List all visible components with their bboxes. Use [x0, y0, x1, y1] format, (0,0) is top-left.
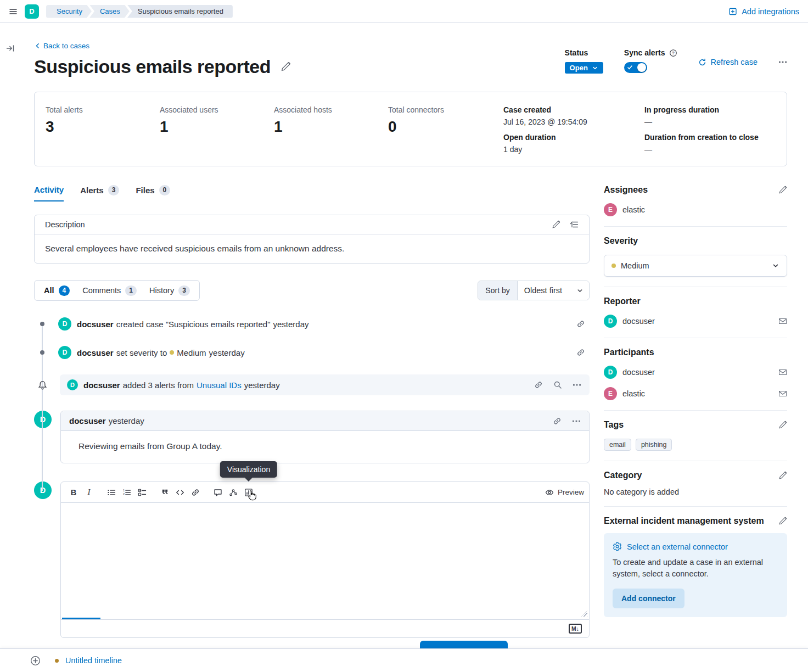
- more-actions-icon[interactable]: [573, 380, 581, 389]
- activity-filters: All 4 Comments 1 History 3: [34, 280, 200, 301]
- filter-history[interactable]: History 3: [149, 285, 190, 296]
- sort-control: Sort by Oldest first: [478, 281, 590, 300]
- alerts-count-badge: 3: [108, 185, 120, 195]
- quote-block-icon[interactable]: [158, 485, 172, 500]
- markdown-help-icon[interactable]: M↓: [569, 624, 582, 634]
- timeline-status-dot: [55, 659, 59, 663]
- timestamp: yesterday: [209, 348, 245, 357]
- comment-editor-input[interactable]: [61, 503, 589, 619]
- unordered-list-icon[interactable]: [104, 485, 119, 500]
- svg-text:1: 1: [123, 488, 125, 491]
- tab-files[interactable]: Files0: [136, 185, 170, 201]
- severity-select[interactable]: Medium: [604, 255, 787, 277]
- username: docsuser: [69, 416, 106, 425]
- italic-icon[interactable]: I: [82, 485, 96, 500]
- code-icon[interactable]: [173, 485, 187, 500]
- avatar: D: [58, 317, 71, 331]
- expand-sidebar-icon[interactable]: [6, 44, 15, 53]
- menu-icon[interactable]: [9, 7, 18, 16]
- participant-row: D docsuser: [604, 366, 787, 379]
- timeline-comment-icon[interactable]: [211, 485, 225, 500]
- status-dropdown-button[interactable]: Open: [565, 62, 603, 74]
- creation-to-close-duration: Duration from creation to close —: [644, 133, 759, 154]
- copy-link-icon[interactable]: [534, 380, 543, 389]
- space-avatar[interactable]: D: [25, 4, 39, 19]
- severity-value: Medium: [621, 261, 649, 270]
- case-dates: Case created Jul 16, 2023 @ 19:54:09 Ope…: [503, 105, 759, 154]
- avatar: D: [34, 481, 52, 499]
- avatar: E: [604, 387, 617, 400]
- sync-alerts-toggle[interactable]: [624, 62, 647, 73]
- avatar: D: [34, 411, 52, 428]
- add-comment-button[interactable]: [420, 641, 508, 648]
- task-list-icon[interactable]: [135, 485, 149, 500]
- avatar: D: [604, 315, 617, 328]
- editor-focus-line: [62, 618, 100, 619]
- add-timeline-icon[interactable]: [30, 656, 41, 666]
- history-count-badge: 3: [178, 285, 190, 296]
- add-connector-button[interactable]: Add connector: [613, 589, 684, 608]
- breadcrumb: Security Cases Suspicious emails reporte…: [46, 5, 233, 18]
- select-connector-link[interactable]: Select an external connector: [613, 542, 778, 551]
- metric-total-alerts: Total alerts 3: [46, 105, 160, 154]
- username: docsuser: [83, 380, 120, 390]
- chevron-down-icon: [772, 262, 779, 270]
- edit-assignees-pencil-icon[interactable]: [778, 186, 787, 194]
- external-system-section: External incident management system Sele…: [604, 516, 787, 627]
- visualization-icon[interactable]: Visualization: [242, 485, 256, 500]
- copy-link-icon[interactable]: [576, 348, 585, 357]
- check-icon: [627, 65, 632, 70]
- edit-title-pencil-icon[interactable]: [280, 61, 291, 72]
- case-actions-more-icon[interactable]: [778, 58, 787, 66]
- email-icon[interactable]: [778, 389, 787, 398]
- filter-comments[interactable]: Comments 1: [82, 285, 137, 296]
- edit-description-pencil-icon[interactable]: [552, 220, 560, 229]
- tag-badge: phishing: [636, 439, 672, 451]
- tab-alerts[interactable]: Alerts3: [80, 185, 119, 201]
- new-comment-editor: D B I 12: [34, 481, 590, 638]
- email-icon[interactable]: [778, 368, 787, 377]
- markdown-toolbar: B I 12: [61, 482, 589, 503]
- severity-section: Severity Medium: [604, 236, 787, 287]
- breadcrumb-security[interactable]: Security: [46, 5, 92, 18]
- edit-tags-pencil-icon[interactable]: [778, 421, 787, 429]
- sort-order-select[interactable]: Oldest first: [518, 281, 589, 300]
- comment-panel: docsuser yesterday Reviewing emails from…: [60, 411, 590, 463]
- ordered-list-icon[interactable]: 12: [120, 485, 134, 500]
- untitled-timeline-link[interactable]: Untitled timeline: [65, 656, 122, 665]
- copy-link-icon[interactable]: [553, 417, 562, 425]
- bold-icon[interactable]: B: [66, 485, 81, 500]
- edit-connector-pencil-icon[interactable]: [778, 517, 787, 525]
- case-created: Case created Jul 16, 2023 @ 19:54:09: [503, 105, 644, 126]
- avatar: D: [604, 366, 617, 379]
- timeline-bottom-bar: Untitled timeline: [0, 648, 808, 672]
- reporter-title: Reporter: [604, 296, 641, 306]
- timestamp: yesterday: [109, 416, 144, 425]
- severity-dot: [170, 350, 174, 355]
- assignees-title: Assignees: [604, 185, 648, 195]
- reporter-name: docsuser: [622, 317, 655, 326]
- back-to-cases-link[interactable]: Back to cases: [34, 42, 89, 50]
- graph-icon[interactable]: [226, 485, 240, 500]
- severity-value: Medium: [177, 348, 206, 357]
- copy-link-icon[interactable]: [576, 320, 585, 328]
- case-sidebar: Assignees E elastic Severity Medium: [604, 185, 787, 638]
- refresh-case-link[interactable]: Refresh case: [698, 58, 758, 66]
- tab-activity[interactable]: Activity: [34, 185, 64, 201]
- participant-row: E elastic: [604, 387, 787, 400]
- quote-icon[interactable]: [570, 220, 579, 229]
- markdown-editor-panel: B I 12: [60, 481, 590, 638]
- link-icon[interactable]: [188, 485, 203, 500]
- unusual-ids-link[interactable]: Unusual IDs: [197, 380, 242, 390]
- assignees-section: Assignees E elastic: [604, 185, 787, 227]
- more-actions-icon[interactable]: [572, 417, 581, 425]
- investigate-in-timeline-icon[interactable]: [553, 380, 562, 389]
- email-icon[interactable]: [778, 317, 787, 326]
- add-integrations-button[interactable]: Add integrations: [728, 7, 799, 16]
- breadcrumb-cases[interactable]: Cases: [89, 5, 130, 18]
- help-icon[interactable]: ?: [669, 49, 677, 57]
- preview-button[interactable]: Preview: [545, 488, 584, 497]
- filter-all[interactable]: All 4: [44, 285, 70, 296]
- all-count-badge: 4: [59, 285, 70, 296]
- edit-category-pencil-icon[interactable]: [778, 471, 787, 480]
